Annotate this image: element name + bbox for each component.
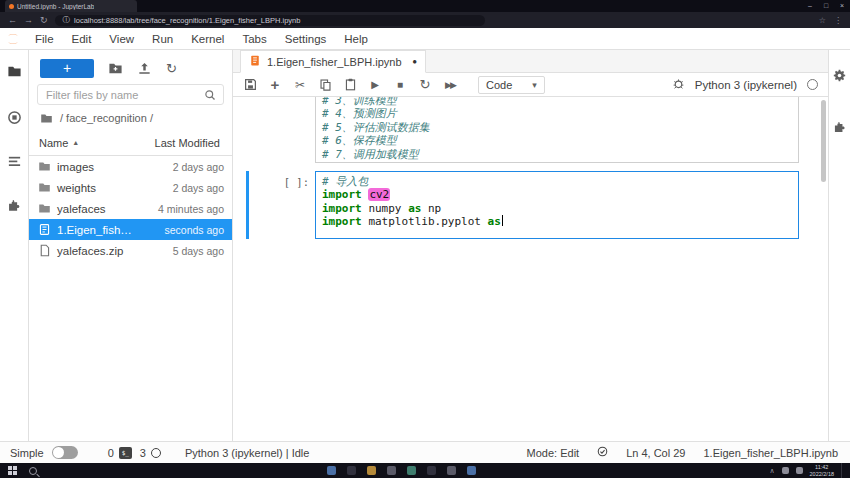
cursor-position[interactable]: Ln 4, Col 29 bbox=[626, 447, 685, 459]
debugger-bug-icon[interactable] bbox=[672, 77, 685, 93]
keyword-token: import bbox=[322, 188, 362, 201]
refresh-icon[interactable]: ↻ bbox=[166, 61, 177, 76]
unsaved-dot-icon[interactable]: ● bbox=[412, 57, 417, 66]
kernel-name-button[interactable]: Python 3 (ipykernel) bbox=[695, 79, 797, 91]
notebook-content[interactable]: # 3、训练模型 # 4、预测图片 # 5、评估测试数据集 # 6、保存模型 #… bbox=[233, 97, 828, 441]
add-cell-icon[interactable]: + bbox=[268, 76, 282, 93]
lsp-status-icon[interactable] bbox=[597, 446, 608, 459]
extensions-puzzle-icon[interactable] bbox=[0, 190, 29, 220]
taskbar-app-icon[interactable] bbox=[347, 466, 356, 475]
kernel-status-text[interactable]: Python 3 (ipykernel) | Idle bbox=[185, 447, 310, 459]
notebook-toolbar: + ✂ ▶ ■ ↻ ▶▶ Code ▾ Python 3 (ipykernel) bbox=[233, 73, 828, 97]
upload-icon[interactable] bbox=[137, 61, 152, 76]
notebook-scrollbar[interactable] bbox=[821, 100, 826, 430]
volume-icon[interactable] bbox=[796, 467, 803, 474]
file-row-notebook-selected[interactable]: 1.Eigen_fish… seconds ago bbox=[29, 219, 232, 240]
mode-indicator[interactable]: Mode: Edit bbox=[527, 447, 580, 459]
file-row-zip[interactable]: yalefaces.zip 5 days ago bbox=[29, 240, 232, 261]
restart-run-all-icon[interactable]: ▶▶ bbox=[443, 80, 457, 90]
home-folder-icon[interactable] bbox=[39, 112, 54, 125]
reload-icon[interactable]: ↻ bbox=[40, 15, 48, 25]
taskbar-app-icon[interactable] bbox=[467, 466, 476, 475]
interrupt-kernel-icon[interactable]: ■ bbox=[393, 79, 407, 90]
maximize-button[interactable]: □ bbox=[818, 0, 834, 12]
active-file-name: 1.Eigen_fisher_LBPH.ipynb bbox=[703, 447, 838, 459]
browser-menu-icon[interactable]: ⋮ bbox=[834, 16, 842, 25]
taskbar-clock[interactable]: 11:42 2022/2/18 bbox=[810, 464, 834, 477]
active-code-cell-editor[interactable]: # 导入包 import cv2 import numpy as np impo… bbox=[315, 171, 799, 239]
highlighted-token-cv2: cv2 bbox=[368, 188, 390, 201]
show-desktop-button[interactable] bbox=[841, 463, 844, 478]
running-sessions-icon[interactable] bbox=[0, 102, 29, 132]
taskbar-search-icon[interactable] bbox=[29, 467, 37, 475]
main-dock-panel: 1.Eigen_fisher_LBPH.ipynb ● + ✂ ▶ ■ ↻ ▶▶… bbox=[233, 50, 828, 441]
terminal-icon[interactable]: $_ bbox=[119, 447, 132, 459]
network-icon[interactable] bbox=[782, 467, 789, 474]
menu-run[interactable]: Run bbox=[143, 33, 182, 45]
kernel-status-icon[interactable] bbox=[807, 79, 818, 90]
cell-type-select[interactable]: Code ▾ bbox=[478, 76, 545, 94]
copy-cell-icon[interactable] bbox=[318, 78, 332, 91]
cell-comments-editor[interactable]: # 3、训练模型 # 4、预测图片 # 5、评估测试数据集 # 6、保存模型 #… bbox=[315, 97, 799, 163]
toolbar-right: Python 3 (ipykernel) bbox=[672, 77, 818, 93]
code-line-4: import matplotlib.pyplot as bbox=[322, 215, 792, 228]
column-name[interactable]: Name bbox=[39, 137, 68, 149]
url-text: localhost:8888/lab/tree/face_recognition… bbox=[74, 16, 300, 25]
filter-files-input[interactable] bbox=[37, 84, 224, 105]
menu-settings[interactable]: Settings bbox=[276, 33, 336, 45]
simple-mode-toggle[interactable] bbox=[52, 446, 78, 459]
url-bar[interactable]: ⓘ localhost:8888/lab/tree/face_recogniti… bbox=[55, 15, 485, 26]
site-info-icon[interactable]: ⓘ bbox=[63, 15, 71, 25]
property-inspector-gear-icon[interactable] bbox=[829, 60, 850, 90]
back-icon[interactable]: ← bbox=[8, 15, 17, 25]
menu-tabs[interactable]: Tabs bbox=[233, 33, 275, 45]
breadcrumb[interactable]: / face_recognition / bbox=[29, 106, 232, 130]
start-button-icon[interactable] bbox=[8, 466, 17, 475]
paste-cell-icon[interactable] bbox=[343, 78, 357, 91]
cut-cell-icon[interactable]: ✂ bbox=[293, 78, 307, 92]
scrollbar-thumb[interactable] bbox=[821, 100, 826, 182]
file-icon bbox=[37, 244, 52, 257]
new-launcher-button[interactable]: + bbox=[40, 59, 94, 78]
file-name: yalefaces.zip bbox=[57, 245, 123, 257]
file-modified: 4 minutes ago bbox=[158, 203, 224, 215]
file-name: weights bbox=[57, 182, 96, 194]
table-of-contents-icon[interactable] bbox=[0, 146, 29, 176]
notebook-tab[interactable]: 1.Eigen_fisher_LBPH.ipynb ● bbox=[240, 50, 426, 73]
file-row-images[interactable]: images 2 days ago bbox=[29, 156, 232, 177]
file-row-yalefaces[interactable]: yalefaces 4 minutes ago bbox=[29, 198, 232, 219]
forward-icon[interactable]: → bbox=[24, 15, 33, 25]
comment-line: # 6、保存模型 bbox=[322, 134, 792, 147]
kernel-sessions-icon[interactable] bbox=[151, 448, 161, 458]
restart-kernel-icon[interactable]: ↻ bbox=[418, 77, 432, 92]
jupyterlab-menubar: File Edit View Run Kernel Tabs Settings … bbox=[0, 28, 850, 50]
menu-kernel[interactable]: Kernel bbox=[182, 33, 233, 45]
new-folder-icon[interactable] bbox=[108, 61, 123, 76]
extensions-puzzle-icon[interactable] bbox=[829, 112, 850, 142]
file-list-header: Name ▲ Last Modified bbox=[29, 130, 232, 156]
file-browser-icon[interactable] bbox=[0, 56, 29, 86]
browser-tab[interactable]: Untitled.ipynb - JupyterLab bbox=[5, 0, 137, 12]
taskbar-app-icon[interactable] bbox=[407, 466, 416, 475]
file-modified: 2 days ago bbox=[173, 161, 224, 173]
taskbar-app-icon[interactable] bbox=[327, 466, 336, 475]
taskbar-app-icon[interactable] bbox=[367, 466, 376, 475]
close-button[interactable]: × bbox=[834, 0, 850, 12]
bookmark-star-icon[interactable]: ☆ bbox=[819, 16, 826, 25]
run-cell-icon[interactable]: ▶ bbox=[368, 79, 382, 90]
file-row-weights[interactable]: weights 2 days ago bbox=[29, 177, 232, 198]
taskbar-app-icon[interactable] bbox=[447, 466, 456, 475]
save-icon[interactable] bbox=[243, 78, 257, 91]
breadcrumb-path: / face_recognition / bbox=[60, 112, 153, 124]
tray-expand-icon[interactable]: ∧ bbox=[769, 467, 774, 475]
taskbar-app-icon[interactable] bbox=[387, 466, 396, 475]
column-last-modified[interactable]: Last Modified bbox=[155, 137, 222, 149]
minimize-button[interactable]: – bbox=[802, 0, 818, 12]
dock-tab-bar: 1.Eigen_fisher_LBPH.ipynb ● bbox=[233, 50, 828, 73]
active-cell-collapser[interactable] bbox=[246, 171, 249, 239]
menu-edit[interactable]: Edit bbox=[63, 33, 101, 45]
taskbar-app-icon[interactable] bbox=[427, 466, 436, 475]
menu-file[interactable]: File bbox=[26, 33, 63, 45]
menu-view[interactable]: View bbox=[100, 33, 143, 45]
menu-help[interactable]: Help bbox=[335, 33, 377, 45]
